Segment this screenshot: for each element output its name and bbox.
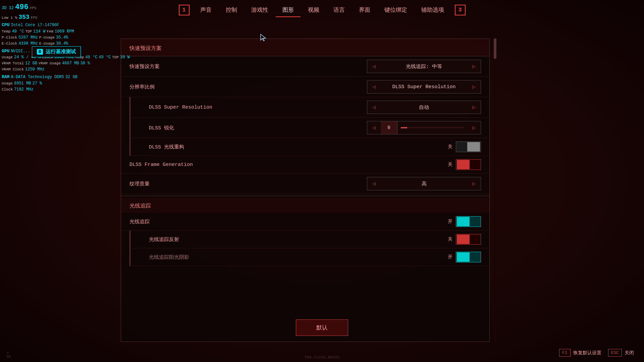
benchmark-popup[interactable]: B 运行基准测试 xyxy=(32,46,81,57)
bottom-bar: F1 恢复默认设置 ESC 关闭 xyxy=(0,344,644,362)
dlss-recon-toggle-control: 关 xyxy=(442,141,481,152)
rt-shadow-toggle-control: 开 xyxy=(442,252,481,262)
dlss-sharpen-slider[interactable]: ◁ 0 ▷ xyxy=(367,121,481,134)
dlss-sharpen-fill xyxy=(401,127,407,128)
hud-fan-value: 1069 RPM xyxy=(55,28,74,35)
hud-gpu-temp-value: 40 °C xyxy=(85,54,97,60)
hud-pclock-label: P-Clock xyxy=(2,35,17,41)
texture-arrow-left[interactable]: ◁ xyxy=(367,177,381,190)
resolution-row: 分辨率比例 ◁ DLSS Super Resolution ▷ xyxy=(121,77,489,97)
hud-cpu-label: CPU xyxy=(2,22,9,28)
rt-toggle[interactable] xyxy=(456,216,481,227)
tab-interface[interactable]: 界面 xyxy=(352,3,377,17)
hud-cpu-name: Intel Core i7-14790F xyxy=(11,22,59,28)
tab-video[interactable]: 视频 xyxy=(301,3,326,17)
hud-ram-clock-value: 7182 MHz xyxy=(14,86,34,93)
dlss-recon-toggle[interactable] xyxy=(456,141,481,152)
dlss-value: 自动 xyxy=(381,104,467,111)
tab-control[interactable]: 控制 xyxy=(219,3,244,17)
hud-ram-brand: A-DATA Technology DDR5 xyxy=(11,74,64,80)
rt-reflect-toggle-control: 关 xyxy=(442,234,481,245)
dlss-arrow-left[interactable]: ◁ xyxy=(367,101,381,114)
hud-pusage-label: P-Usage xyxy=(39,35,55,41)
restore-defaults-btn[interactable]: F1 恢复默认设置 xyxy=(559,349,601,357)
rt-reflect-row: 光线追踪反射 关 xyxy=(129,231,489,248)
resolution-arrow-left[interactable]: ◁ xyxy=(367,80,381,94)
tab-language[interactable]: 语言 xyxy=(327,3,352,17)
tab-gameplay[interactable]: 游戏性 xyxy=(245,3,275,17)
dlss-sharpen-arrow-left[interactable]: ◁ xyxy=(367,121,381,134)
settings-panel: 快速预设方案 快速预设方案 ◁ 光线追踪: 中等 ▷ 分辨率比例 ◁ DLSS … xyxy=(121,39,490,342)
hud-temp-value: 49 °C xyxy=(12,28,24,35)
tab-accessibility[interactable]: 辅助选项 xyxy=(415,3,451,17)
panel-scrollbar[interactable] xyxy=(494,39,496,342)
rt-reflect-toggle[interactable] xyxy=(456,234,481,245)
benchmark-text: 运行基准测试 xyxy=(46,49,76,55)
resolution-value: DLSS Super Resolution xyxy=(381,84,467,90)
raytracing-section-header: 光线追踪 xyxy=(121,198,489,213)
dlss-sharpen-label: DLSS 锐化 xyxy=(149,125,174,131)
rt-shadow-row: 光线追踪阳光阴影 开 xyxy=(129,248,489,266)
hud-gpu-name: NVIDI... xyxy=(11,48,30,54)
tab-keybindings[interactable]: 键位绑定 xyxy=(378,3,414,17)
hud-gpu-tdp-value: 39 W xyxy=(120,54,130,60)
scrollbar-thumb[interactable] xyxy=(494,39,496,59)
top-navigation: 1 声音 控制 游戏性 图形 视频 语言 界面 键位绑定 辅助选项 3 xyxy=(0,0,644,20)
rt-reflect-track xyxy=(456,234,481,245)
hud-eclock-value: 4190 MHz xyxy=(18,41,38,47)
hud-ram-size: 32 GB xyxy=(65,74,77,80)
dlss-sharpen-arrow-right[interactable]: ▷ xyxy=(467,121,481,134)
dlss-arrow-right[interactable]: ▷ xyxy=(467,101,481,114)
hud-vram-usage-value: 4667 MB xyxy=(62,60,79,66)
dlss-recon-thumb xyxy=(467,142,480,152)
rt-toggle-label: 开 xyxy=(442,219,452,225)
resolution-arrow-right[interactable]: ▷ xyxy=(467,80,481,94)
default-button[interactable]: 默认 xyxy=(296,319,348,336)
dlss-recon-toggle-label: 关 xyxy=(442,144,452,150)
preset-arrow-right[interactable]: ▷ xyxy=(467,60,481,73)
hud-pusage-value: 35.4% xyxy=(56,35,68,41)
hud-vram-clock-value: 1250 MHz xyxy=(25,66,45,72)
texture-selector[interactable]: ◁ 高 ▷ xyxy=(367,177,481,190)
hud-vram-total-value: 12 GB xyxy=(25,60,37,66)
rt-thumb xyxy=(457,217,470,226)
hud-ram-usage-label: Usage xyxy=(2,81,13,86)
dlss-recon-track xyxy=(456,141,481,152)
restore-defaults-label: 恢复默认设置 xyxy=(573,350,601,356)
close-btn[interactable]: ESC 关闭 xyxy=(608,349,634,357)
default-button-area: 默认 xyxy=(296,319,348,336)
hud-vram-usage-pct: 38 % xyxy=(80,60,90,66)
rt-shadow-toggle[interactable] xyxy=(456,252,481,262)
dlss-selector[interactable]: ◁ 自动 ▷ xyxy=(367,101,481,114)
resolution-label: 分辨率比例 xyxy=(129,84,155,90)
hud-eusage-value: 30.4% xyxy=(56,41,68,47)
preset-row: 快速预设方案 ◁ 光线追踪: 中等 ▷ xyxy=(121,56,489,77)
dlss-framegen-row: DLSS Frame Generation 关 xyxy=(121,156,489,174)
hud-gpu-usage-label: Usage xyxy=(2,55,13,60)
dlss-framegen-toggle[interactable] xyxy=(456,159,481,170)
dlss-recon-row: DLSS 光线重构 关 xyxy=(129,138,489,156)
dlss-sharpen-track xyxy=(401,127,464,128)
hud-vram-clock-label: VRAM Clock xyxy=(2,67,24,72)
resolution-selector[interactable]: ◁ DLSS Super Resolution ▷ xyxy=(367,80,481,94)
hud-fan-label: FAN xyxy=(47,29,53,35)
dlss-framegen-track xyxy=(456,159,481,170)
texture-value: 高 xyxy=(381,181,467,187)
tab-graphics[interactable]: 图形 xyxy=(276,3,301,17)
hud-vram-usage-label: VRAM Usage xyxy=(39,61,61,66)
hud-gpu-temp2-value: 49 °C xyxy=(99,54,111,60)
section-divider xyxy=(121,196,489,196)
rt-shadow-track xyxy=(456,252,481,262)
settings-area: 快速预设方案 ◁ 光线追踪: 中等 ▷ 分辨率比例 ◁ DLSS Super R… xyxy=(121,56,489,194)
dlss-label: DLSS Super Resolution xyxy=(149,105,212,110)
tab-sound[interactable]: 声音 xyxy=(194,3,218,17)
preset-selector[interactable]: ◁ 光线追踪: 中等 ▷ xyxy=(367,60,481,73)
rt-row: 光线追踪 开 xyxy=(121,213,489,231)
panel-content: 快速预设方案 快速预设方案 ◁ 光线追踪: 中等 ▷ 分辨率比例 ◁ DLSS … xyxy=(121,39,489,342)
hud-ram-usage-value: 8951 MB xyxy=(14,80,31,86)
dlss-recon-label: DLSS 光线重构 xyxy=(149,144,184,150)
preset-arrow-left[interactable]: ◁ xyxy=(367,60,381,73)
rt-track xyxy=(456,216,481,227)
rt-reflect-thumb xyxy=(457,235,470,244)
texture-arrow-right[interactable]: ▷ xyxy=(467,177,481,190)
